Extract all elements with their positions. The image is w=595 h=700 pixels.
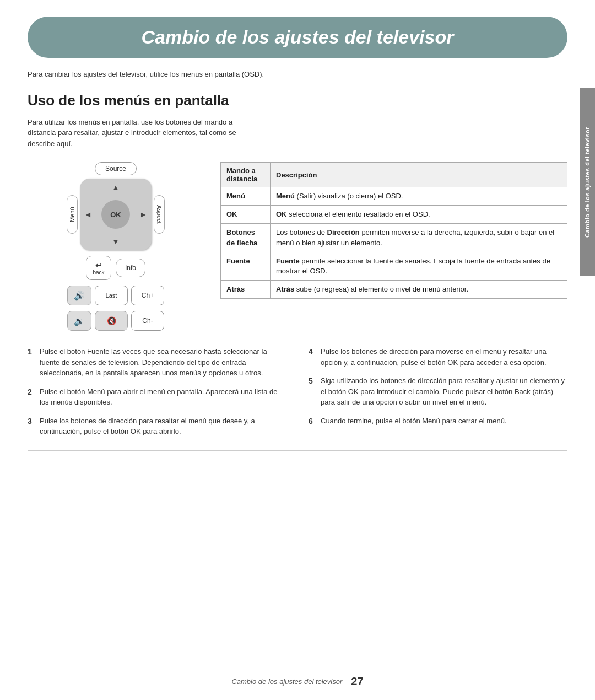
page-header: Cambio de los ajustes del televisor	[28, 17, 567, 58]
aspect-label[interactable]: Aspect	[154, 195, 165, 234]
page-number: 27	[351, 675, 363, 688]
two-column-layout: Source Menú ▲ ▼ ◄ ► OK Aspect	[28, 162, 567, 332]
dpad-wrapper: Menú ▲ ▼ ◄ ► OK Aspect	[67, 179, 165, 250]
menu-label[interactable]: Menú	[67, 195, 78, 234]
back-info-row: ↩ back Info	[86, 256, 145, 280]
table-cell-desc: Menú (Salir) visualiza (o cierra) el OSD…	[271, 187, 567, 206]
item-text: Pulse el botón Menú para abrir el menú e…	[40, 386, 286, 408]
footer-text: Cambio de los ajustes del televisor	[231, 677, 342, 686]
ch-minus-button[interactable]: Ch-	[131, 311, 164, 331]
mute-button[interactable]: 🔇	[95, 311, 128, 331]
item-number: 6	[309, 416, 316, 427]
source-button[interactable]: Source	[95, 162, 137, 175]
table-cell-desc: Fuente permite seleccionar la fuente de …	[271, 252, 567, 280]
table-row: Fuente Fuente permite seleccionar la fue…	[221, 252, 567, 280]
section-title: Uso de los menús en pantalla	[28, 92, 567, 109]
table-header-remote: Mando a distancia	[221, 163, 271, 187]
item-text: Pulse el botón Fuente las veces que sea …	[40, 346, 286, 379]
table-cell-remote: Atrás	[221, 281, 271, 299]
description-table: Mando a distancia Descripción Menú Menú …	[220, 162, 567, 299]
item-text: Siga utilizando los botones de dirección…	[321, 375, 567, 408]
footer-divider	[28, 450, 567, 451]
table-row: OK OK selecciona el elemento resaltado e…	[221, 206, 567, 224]
side-tab: Cambio de los ajustes del televisor	[580, 88, 595, 276]
description-table-col: Mando a distancia Descripción Menú Menú …	[220, 162, 567, 299]
dpad-right-icon[interactable]: ►	[139, 210, 147, 219]
back-button[interactable]: ↩ back	[86, 256, 111, 280]
numbered-lists: 1 Pulse el botón Fuente las veces que se…	[28, 346, 567, 445]
table-cell-remote: Botones de flecha	[221, 224, 271, 252]
ch-plus-button[interactable]: Ch+	[131, 286, 164, 305]
vol-down-button[interactable]: 🔉	[67, 311, 91, 331]
item-number: 1	[28, 346, 35, 379]
dpad-left-icon[interactable]: ◄	[84, 210, 92, 219]
info-button[interactable]: Info	[116, 259, 145, 277]
side-tab-label: Cambio de los ajustes del televisor	[584, 127, 591, 238]
vol-ch-grid: 🔊 Last Ch+ 🔉 🔇 Ch-	[67, 284, 164, 332]
list-item: 2 Pulse el botón Menú para abrir el menú…	[28, 386, 286, 408]
last-button[interactable]: Last	[95, 286, 128, 305]
num-list-right: 4 Pulse los botones de dirección para mo…	[309, 346, 567, 445]
section-intro: Para utilizar los menús en pantalla, use…	[28, 117, 259, 149]
vol-up-button[interactable]: 🔊	[67, 286, 91, 305]
item-text: Pulse los botones de dirección para move…	[321, 346, 567, 368]
item-text: Pulse los botones de dirección para resa…	[40, 416, 286, 437]
ok-button[interactable]: OK	[101, 200, 130, 229]
list-item: 4 Pulse los botones de dirección para mo…	[309, 346, 567, 368]
table-cell-remote: Menú	[221, 187, 271, 206]
back-arrow-icon: ↩	[95, 261, 102, 270]
table-cell-desc: OK selecciona el elemento resaltado en e…	[271, 206, 567, 224]
table-row: Atrás Atrás sube (o regresa) al elemento…	[221, 281, 567, 299]
vol-down-icon: 🔉	[74, 316, 85, 326]
vol-up-icon: 🔊	[74, 290, 85, 301]
remote-diagram-col: Source Menú ▲ ▼ ◄ ► OK Aspect	[28, 162, 204, 332]
intro-paragraph: Para cambiar los ajustes del televisor, …	[28, 69, 567, 80]
item-number: 2	[28, 386, 35, 408]
dpad-up-icon[interactable]: ▲	[112, 183, 120, 192]
list-item: 5 Siga utilizando los botones de direcci…	[309, 375, 567, 408]
num-list-left: 1 Pulse el botón Fuente las veces que se…	[28, 346, 286, 445]
back-label: back	[93, 270, 104, 276]
table-cell-remote: OK	[221, 206, 271, 224]
list-item: 6 Cuando termine, pulse el botón Menú pa…	[309, 416, 567, 427]
list-item: 1 Pulse el botón Fuente las veces que se…	[28, 346, 286, 379]
list-item: 3 Pulse los botones de dirección para re…	[28, 416, 286, 437]
table-row: Botones de flecha Los botones de Direcci…	[221, 224, 567, 252]
item-text: Cuando termine, pulse el botón Menú para…	[321, 416, 506, 427]
item-number: 3	[28, 416, 35, 437]
footer: Cambio de los ajustes del televisor 27	[0, 675, 595, 688]
mute-icon: 🔇	[107, 316, 116, 325]
item-number: 4	[309, 346, 316, 368]
dpad-down-icon[interactable]: ▼	[112, 237, 120, 246]
item-number: 5	[309, 375, 316, 408]
table-row: Menú Menú (Salir) visualiza (o cierra) e…	[221, 187, 567, 206]
table-cell-desc: Atrás sube (o regresa) al elemento o niv…	[271, 281, 567, 299]
page-title: Cambio de los ajustes del televisor	[50, 26, 545, 48]
table-header-desc: Descripción	[271, 163, 567, 187]
table-cell-desc: Los botones de Dirección permiten movers…	[271, 224, 567, 252]
main-content: Para cambiar los ajustes del televisor, …	[0, 69, 595, 445]
table-cell-remote: Fuente	[221, 252, 271, 280]
remote-diagram: Source Menú ▲ ▼ ◄ ► OK Aspect	[28, 162, 204, 332]
dpad[interactable]: ▲ ▼ ◄ ► OK	[80, 179, 152, 250]
